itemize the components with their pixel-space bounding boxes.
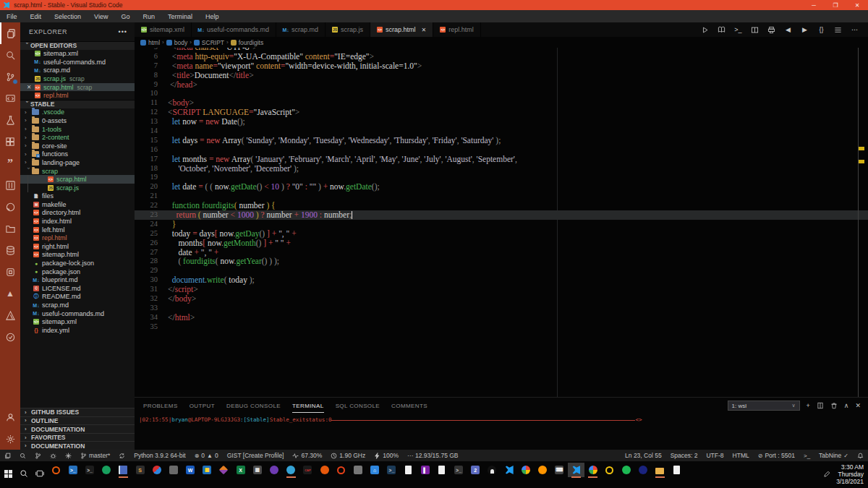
taskbar-app-monitor[interactable] [349, 463, 366, 477]
settings-activity-icon[interactable] [0, 428, 20, 450]
taskbar-app-doc1[interactable] [400, 463, 417, 477]
open-editor-repl.html[interactable]: <>repl.html [20, 91, 135, 100]
tree-item-functions[interactable]: ›λfunctions [20, 150, 135, 159]
add-terminal-icon[interactable]: + [807, 402, 810, 409]
taskbar-app-cap[interactable]: CAP [299, 463, 316, 477]
explorer-activity-icon[interactable] [0, 22, 20, 44]
tree-item-useful-commands.md[interactable]: M↓useful-commands.md [20, 309, 135, 318]
taskbar-app-photo-app[interactable]: ▦ [199, 463, 216, 477]
close-tab-icon[interactable]: ✕ [422, 27, 427, 33]
back-action-icon[interactable]: ◀ [783, 26, 793, 33]
breadcrumb-item[interactable]: body [174, 39, 187, 46]
taskbar-app-navy[interactable] [635, 463, 652, 477]
status-copy[interactable] [0, 453, 15, 459]
open-editor-sitemap.xml[interactable]: </>sitemap.xml [20, 50, 135, 59]
status-html[interactable]: HTML [728, 452, 754, 459]
close-editor-icon[interactable]: ✕ [27, 84, 31, 90]
forward-action-icon[interactable]: ▶ [800, 26, 809, 33]
taskbar-app-keyboard[interactable]: ⌨ [551, 463, 568, 477]
taskbar-app-cmd[interactable]: >_ [81, 463, 98, 477]
kill-terminal-icon[interactable] [830, 402, 838, 409]
tree-item-README.md[interactable]: ⓘREADME.md [20, 293, 135, 301]
close-button[interactable]: ✕ [846, 0, 868, 10]
maximize-panel-icon[interactable]: ∧ [844, 402, 849, 409]
gistpad-activity-icon[interactable]: ” [0, 153, 20, 174]
taskbar-app-spotify[interactable] [618, 463, 634, 477]
tab-scrap.html[interactable]: <>scrap.html✕ [370, 22, 433, 37]
tree-item-index.html[interactable]: <>index.html [20, 217, 135, 226]
search-button[interactable] [16, 461, 32, 479]
terminal-output[interactable]: |02:15:55|bryan@LAPTOP-9LGJ3JG3:[Stable]… [139, 416, 642, 423]
status-master-[interactable]: master* [76, 452, 114, 459]
taskbar-app-snip[interactable] [165, 463, 182, 477]
account-activity-icon[interactable] [0, 406, 20, 428]
azure-activity-icon[interactable] [0, 304, 20, 326]
status-sync[interactable] [114, 453, 129, 459]
taskbar-app-paint[interactable] [148, 463, 165, 477]
tree-item-core-site[interactable]: ›core-site [20, 142, 135, 150]
braces-action-icon[interactable]: {} [817, 26, 826, 33]
terminal-selector[interactable]: 1: wsl∨ [728, 401, 800, 411]
breadcrumb-item[interactable]: SCRIPT [202, 39, 224, 46]
tree-item-package.json[interactable]: ●package.json [20, 267, 135, 276]
tree-item-right.html[interactable]: <>right.html [20, 242, 135, 251]
print-action-icon[interactable] [767, 26, 776, 34]
taskbar-app-word[interactable]: W [182, 463, 199, 477]
tab-scrap.js[interactable]: JSscrap.js [326, 22, 370, 37]
status-12-93-15-75-gb[interactable]: ⋯12.93/15.75 GB [403, 452, 463, 459]
tree-item-LICENSE.md[interactable]: ©LICENSE.md [20, 284, 135, 293]
github-activity-icon[interactable] [0, 196, 20, 218]
taskbar-app-vscode[interactable] [501, 463, 517, 477]
terminal-action-icon[interactable]: >_ [733, 26, 743, 33]
open-editor-scrap.md[interactable]: M↓scrap.md [20, 67, 135, 75]
tree-item-1-tools[interactable]: ›1-tools [20, 125, 135, 134]
tree-item-2-content[interactable]: ›2-content [20, 133, 135, 142]
taskbar-app-dynamics[interactable] [216, 463, 232, 477]
panel-tab-terminal[interactable]: TERMINAL [292, 403, 324, 409]
list-action-icon[interactable] [833, 26, 843, 34]
todo-check-activity-icon[interactable] [0, 326, 20, 348]
taskbar-app-tux[interactable] [484, 463, 501, 477]
taskbar-app-purple-split[interactable]: ▌ [417, 463, 433, 477]
more-action-icon[interactable]: ⋯ [850, 26, 859, 33]
panel-tab-comments[interactable]: COMMENTS [391, 403, 427, 409]
project-manager-activity-icon[interactable] [0, 218, 20, 239]
panel-tab-debug-console[interactable]: DEBUG CONSOLE [226, 403, 281, 409]
tab-useful-commands.md[interactable]: M↓useful-commands.md [192, 22, 276, 37]
split-terminal-icon[interactable] [817, 402, 824, 409]
status-100-[interactable]: 100% [370, 452, 403, 459]
taskbar-app-gitkraken[interactable] [265, 463, 282, 477]
status-tabnine[interactable]: TabNine✓ [814, 452, 853, 459]
tab-repl.html[interactable]: <>repl.html [433, 22, 481, 37]
taskbar-app-firefox[interactable] [534, 463, 550, 477]
status-branch[interactable] [30, 453, 46, 459]
close-panel-icon[interactable]: ✕ [855, 402, 861, 409]
layout-action-icon[interactable] [750, 26, 760, 34]
menu-edit[interactable]: Edit [24, 13, 48, 20]
taskbar-app-chrome[interactable] [584, 463, 601, 477]
tree-item-.vscode[interactable]: ›.vscode [20, 108, 135, 117]
taskbar-app-powershell[interactable]: >_ [64, 463, 81, 477]
status-flake[interactable] [61, 453, 76, 459]
taskbar-app-two[interactable]: 2 [467, 463, 484, 477]
tree-item-repl.html[interactable]: <>repl.html [20, 234, 135, 242]
status-ln-23-col-55[interactable]: Ln 23, Col 55 [621, 452, 666, 459]
tab-sitemap.xml[interactable]: </>sitemap.xml [135, 22, 192, 37]
taskbar-app-calculator[interactable]: ▦ [249, 463, 265, 477]
panel-tab-sql-console[interactable]: SQL CONSOLE [336, 403, 380, 409]
panel-tab-problems[interactable]: PROBLEMS [143, 403, 178, 409]
tree-item-files[interactable]: 🗎files [20, 192, 135, 201]
search-activity-icon[interactable] [0, 44, 20, 66]
docker-activity-icon[interactable] [0, 261, 20, 283]
section-favorites[interactable]: ›FAVORITES [20, 433, 135, 442]
extensions-activity-icon[interactable] [0, 131, 20, 153]
sidebar-more-icon[interactable]: ••• [119, 28, 127, 35]
tree-item-sitemap.html[interactable]: <>sitemap.html [20, 251, 135, 260]
live-server-activity-icon[interactable] [0, 87, 20, 109]
status-search[interactable] [15, 453, 30, 459]
menu-help[interactable]: Help [199, 13, 226, 20]
tree-item-scrap.js[interactable]: JSscrap.js [20, 184, 135, 192]
menu-run[interactable]: Run [136, 13, 161, 20]
breadcrumb[interactable]: html›body›SCRIPT›fourdigits [135, 37, 868, 48]
status-1-90-ghz[interactable]: 1.90 GHz [326, 452, 370, 459]
